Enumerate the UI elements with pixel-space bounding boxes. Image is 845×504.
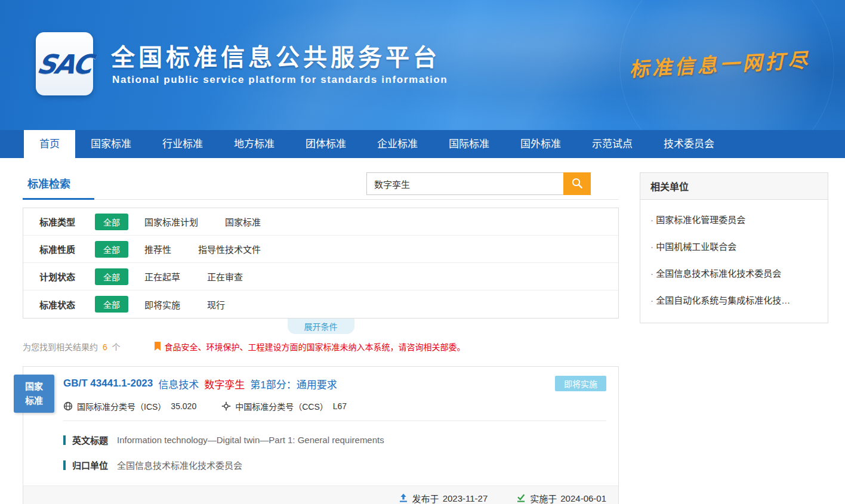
results-count: 6 <box>103 342 107 352</box>
nav-item-home[interactable]: 首页 <box>24 130 75 158</box>
publish-upload-icon <box>399 493 408 503</box>
site-subtitle: National public service platform for sta… <box>112 74 448 86</box>
results-summary: 为您找到相关结果约 6 个 <box>23 341 121 353</box>
nav-item-local-standard[interactable]: 地方标准 <box>218 130 290 158</box>
ccs-item: 中国标准分类号（CCS） L67 <box>221 400 347 412</box>
field-label: 英文标题 <box>72 434 108 446</box>
published-label: 发布于 <box>412 492 439 504</box>
nav-item-group-standard[interactable]: 团体标准 <box>290 130 362 158</box>
search-group <box>366 172 591 195</box>
ics-value: 35.020 <box>171 401 196 411</box>
search-icon <box>571 177 583 191</box>
related-units-panel: 相关单位 国家标准化管理委员会 中国机械工业联合会 全国信息技术标准化技术委员会… <box>640 172 828 323</box>
divider <box>63 420 606 421</box>
implemented-date: 2024-06-01 <box>560 493 606 503</box>
field-value: 全国信息技术标准化技术委员会 <box>117 459 242 471</box>
sidebar-item[interactable]: 中国机械工业联合会 <box>650 233 818 259</box>
nav-item-enterprise-standard[interactable]: 企业标准 <box>362 130 433 158</box>
ccs-label: 中国标准分类号（CCS） <box>235 400 328 412</box>
search-input[interactable] <box>366 172 563 195</box>
sidebar-item[interactable]: 国家标准化管理委员会 <box>650 206 818 233</box>
field-label: 归口单位 <box>72 459 108 471</box>
filter-row-standard-type: 标准类型 全部 国家标准计划 国家标准 <box>23 208 618 236</box>
main-column: 标准检索 标准类型 全部 国家标准计划 国家标准 标准性质 全部 <box>23 172 619 504</box>
bookmark-icon <box>154 342 161 351</box>
filter-all-button[interactable]: 全部 <box>95 214 128 230</box>
status-badge: 即将实施 <box>555 376 606 391</box>
ics-label: 国际标准分类号（ICS） <box>77 400 166 412</box>
filter-label: 标准性质 <box>39 243 95 255</box>
results-summary-row: 为您找到相关结果约 6 个 食品安全、环境保护、工程建设方面的国家标准未纳入本系… <box>23 340 619 353</box>
title-highlight[interactable]: 数字孪生 <box>204 376 245 391</box>
nav-item-foreign-standard[interactable]: 国外标准 <box>505 130 576 158</box>
field-accent-bar <box>63 435 66 445</box>
site-title: 全国标准信息公共服务平台 <box>111 38 440 73</box>
notice: 食品安全、环境保护、工程建设方面的国家标准未纳入本系统，请咨询相关部委。 <box>154 341 465 353</box>
sac-logo-text: SAC <box>35 49 94 79</box>
english-title-field: 英文标题 Information technology—Digital twin… <box>63 434 606 446</box>
nav-item-national-standard[interactable]: 国家标准 <box>75 130 147 158</box>
compass-icon <box>221 401 231 411</box>
site-header: SAC 全国标准信息公共服务平台 National public service… <box>0 0 845 130</box>
classification-row: 国际标准分类号（ICS） 35.020 中国标准分类号（CCS） L67 <box>63 400 606 412</box>
summary-suffix: 个 <box>112 342 121 352</box>
implemented-item: 实施于 2024-06-01 <box>516 492 606 504</box>
title-segment[interactable]: 信息技术 <box>158 376 199 391</box>
sidebar-item[interactable]: 全国信息技术标准化技术委员会 <box>650 259 818 286</box>
filter-label: 标准类型 <box>39 215 95 228</box>
nav-item-technical-committee[interactable]: 技术委员会 <box>648 130 730 158</box>
committee-field: 归口单位 全国信息技术标准化技术委员会 <box>63 459 606 471</box>
filter-option[interactable]: 推荐性 <box>144 243 171 255</box>
published-item: 发布于 2023-11-27 <box>399 492 488 504</box>
implement-check-icon <box>516 493 526 503</box>
filter-all-button[interactable]: 全部 <box>95 296 128 313</box>
main-nav: 首页 国家标准 行业标准 地方标准 团体标准 企业标准 国际标准 国外标准 示范… <box>0 130 845 158</box>
search-button[interactable] <box>563 172 591 195</box>
filter-panel: 标准类型 全部 国家标准计划 国家标准 标准性质 全部 推荐性 指导性技术文件 … <box>23 208 619 319</box>
implemented-label: 实施于 <box>530 492 557 504</box>
filter-option[interactable]: 现行 <box>207 298 225 311</box>
field-value: Information technology—Digital twin—Part… <box>117 435 384 445</box>
related-units-title: 相关单位 <box>640 173 828 200</box>
ics-item: 国际标准分类号（ICS） 35.020 <box>63 400 196 412</box>
sac-logo[interactable]: SAC <box>36 32 93 95</box>
filter-option[interactable]: 正在起草 <box>144 270 180 283</box>
standard-type-badge-line2: 标准 <box>14 394 54 408</box>
filter-row-standard-status: 标准状态 全部 即将实施 现行 <box>23 290 618 318</box>
tab-standard-search[interactable]: 标准检索 <box>23 174 94 200</box>
filter-option[interactable]: 即将实施 <box>144 298 180 311</box>
result-card-body: GB/T 43441.1-2023 信息技术 数字孪生 第1部分：通用要求 即将… <box>23 367 618 471</box>
nav-item-industry-standard[interactable]: 行业标准 <box>147 130 218 158</box>
nav-item-international-standard[interactable]: 国际标准 <box>433 130 505 158</box>
search-section: 标准检索 <box>23 172 619 200</box>
filter-option[interactable]: 正在审查 <box>207 270 243 283</box>
sidebar: 相关单位 国家标准化管理委员会 中国机械工业联合会 全国信息技术标准化技术委员会… <box>640 172 828 504</box>
related-units-list: 国家标准化管理委员会 中国机械工业联合会 全国信息技术标准化技术委员会 全国自动… <box>640 200 828 323</box>
filter-label: 标准状态 <box>39 298 95 311</box>
filter-option[interactable]: 指导性技术文件 <box>198 243 261 255</box>
filter-all-button[interactable]: 全部 <box>95 241 128 258</box>
standard-type-badge: 国家 标准 <box>14 375 54 413</box>
expand-conditions-button[interactable]: 展开条件 <box>288 319 354 334</box>
notice-text: 食品安全、环境保护、工程建设方面的国家标准未纳入本系统，请咨询相关部委。 <box>165 341 465 353</box>
ccs-value: L67 <box>333 401 347 411</box>
page-content: 标准检索 标准类型 全部 国家标准计划 国家标准 标准性质 全部 <box>0 158 845 504</box>
filter-all-button[interactable]: 全部 <box>95 268 128 285</box>
result-title-link[interactable]: GB/T 43441.1-2023 信息技术 数字孪生 第1部分：通用要求 即将… <box>63 376 606 391</box>
globe-icon <box>63 401 73 411</box>
filter-label: 计划状态 <box>39 270 95 283</box>
published-date: 2023-11-27 <box>443 493 488 503</box>
filter-row-plan-status: 计划状态 全部 正在起草 正在审查 <box>23 263 618 290</box>
filter-option[interactable]: 国家标准计划 <box>144 215 198 228</box>
summary-prefix: 为您找到相关结果约 <box>23 342 98 352</box>
result-card-footer: 发布于 2023-11-27 实施于 2024-06-01 <box>23 486 618 504</box>
result-card: 国家 标准 GB/T 43441.1-2023 信息技术 数字孪生 第1部分：通… <box>23 366 619 504</box>
title-segment[interactable]: 第1部分：通用要求 <box>250 376 337 391</box>
expand-wrap: 展开条件 <box>23 319 619 333</box>
standard-code[interactable]: GB/T 43441.1-2023 <box>63 378 153 389</box>
sidebar-item[interactable]: 全国自动化系统与集成标准化技… <box>650 286 818 313</box>
filter-option[interactable]: 国家标准 <box>225 215 261 228</box>
field-accent-bar <box>63 460 66 470</box>
nav-item-pilot[interactable]: 示范试点 <box>576 130 648 158</box>
filter-row-standard-nature: 标准性质 全部 推荐性 指导性技术文件 <box>23 236 618 263</box>
